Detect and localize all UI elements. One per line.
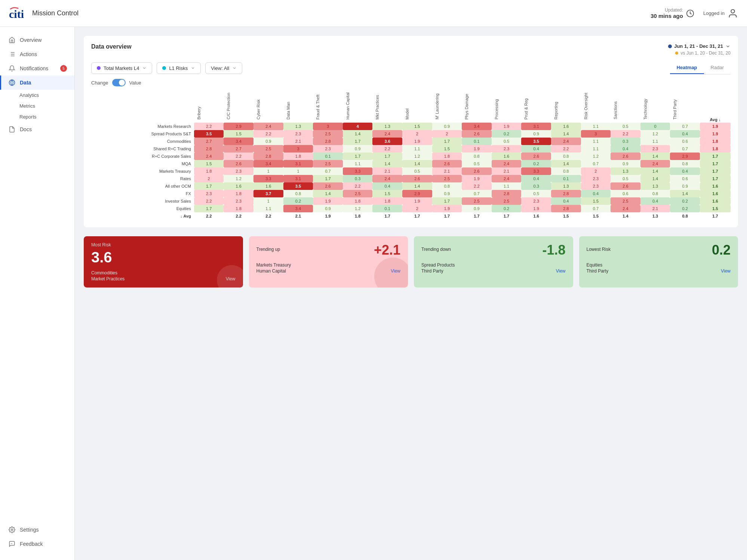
cell-r1-c1[interactable]: 1.5 [224, 130, 253, 138]
cell-r8-c4[interactable]: 2.6 [313, 182, 343, 190]
cell-r4-c12[interactable]: 0.8 [551, 153, 581, 160]
cell-r5-c2[interactable]: 3.4 [253, 160, 283, 167]
sidebar-item-notifications[interactable]: Notifications 5 [0, 61, 74, 76]
cell-r1-c4[interactable]: 2.5 [313, 130, 343, 138]
sidebar-sub-item-analytics[interactable]: Analytics [19, 90, 74, 101]
sidebar-item-feedback[interactable]: Feedback [0, 537, 74, 551]
cell-r9-c16[interactable]: 1.4 [670, 190, 700, 197]
cell-r5-c16[interactable]: 0.8 [670, 160, 700, 167]
sidebar-sub-item-metrics[interactable]: Metrics [19, 101, 74, 111]
cell-r7-c15[interactable]: 1.4 [640, 175, 670, 182]
cell-r9-c12[interactable]: 2.8 [551, 190, 581, 197]
cell-r11-c9[interactable]: 0.9 [462, 205, 492, 212]
cell-r3-c12[interactable]: 2.2 [551, 145, 581, 153]
cell-r3-c14[interactable]: 0.4 [611, 145, 640, 153]
cell-r7-c7[interactable]: 2.6 [402, 175, 432, 182]
cell-r4-c15[interactable]: 1.4 [640, 153, 670, 160]
cell-r7-c10[interactable]: 2.4 [492, 175, 522, 182]
cell-r11-c3[interactable]: 3.4 [283, 205, 313, 212]
cell-r6-c4[interactable]: 0.7 [313, 167, 343, 175]
market-filter-dropdown[interactable]: Total Markets L4 [91, 62, 152, 74]
cell-r12-c8[interactable]: 1.7 [432, 212, 462, 220]
cell-r5-c5[interactable]: 1.1 [343, 160, 373, 167]
cell-r12-c11[interactable]: 1.6 [521, 212, 551, 220]
cell-r7-c16[interactable]: 0.6 [670, 175, 700, 182]
cell-r11-c14[interactable]: 2.4 [611, 205, 640, 212]
cell-r10-c7[interactable]: 1.9 [402, 197, 432, 205]
cell-r10-c13[interactable]: 1.5 [581, 197, 611, 205]
cell-r11-c12[interactable]: 2.8 [551, 205, 581, 212]
cell-r8-c5[interactable]: 2.2 [343, 182, 373, 190]
cell-r11-c4[interactable]: 0.9 [313, 205, 343, 212]
cell-r6-c12[interactable]: 0.8 [551, 167, 581, 175]
cell-r7-c8[interactable]: 2.5 [432, 175, 462, 182]
cell-r11-c13[interactable]: 0.7 [581, 205, 611, 212]
sidebar-item-docs[interactable]: Docs [0, 122, 74, 136]
cell-r4-c2[interactable]: 2.8 [253, 153, 283, 160]
cell-r6-c8[interactable]: 2.1 [432, 167, 462, 175]
cell-r3-c13[interactable]: 1.1 [581, 145, 611, 153]
cell-r1-c0[interactable]: 3.5 [194, 130, 224, 138]
cell-r1-c10[interactable]: 0.2 [492, 130, 522, 138]
cell-r2-c0[interactable]: 2.7 [194, 138, 224, 145]
cell-r11-c8[interactable]: 1.9 [432, 205, 462, 212]
cell-r7-c0[interactable]: 2 [194, 175, 224, 182]
sidebar-item-actions[interactable]: Actions [0, 47, 74, 61]
cell-r9-c14[interactable]: 0.6 [611, 190, 640, 197]
date-range-primary[interactable]: Jun 1, 21 - Dec 31, 21 [668, 43, 731, 49]
tab-radar[interactable]: Radar [704, 62, 731, 74]
cell-r4-c3[interactable]: 1.8 [283, 153, 313, 160]
cell-r11-c16[interactable]: 0.2 [670, 205, 700, 212]
cell-r5-c6[interactable]: 1.4 [372, 160, 402, 167]
cell-r2-c5[interactable]: 1.7 [343, 138, 373, 145]
sidebar-item-settings[interactable]: Settings [0, 523, 74, 537]
cell-r11-c0[interactable]: 1.7 [194, 205, 224, 212]
cell-r8-c15[interactable]: 1.3 [640, 182, 670, 190]
cell-r9-c11[interactable]: 0.5 [521, 190, 551, 197]
cell-r4-c5[interactable]: 1.7 [343, 153, 373, 160]
cell-r5-c13[interactable]: 0.7 [581, 160, 611, 167]
cell-r8-c12[interactable]: 1.3 [551, 182, 581, 190]
cell-r5-c7[interactable]: 1.4 [402, 160, 432, 167]
cell-r1-c8[interactable]: 2 [432, 130, 462, 138]
change-value-toggle[interactable] [112, 79, 126, 86]
cell-r1-c13[interactable]: 3 [581, 130, 611, 138]
cell-r9-c2[interactable]: 3.7 [253, 190, 283, 197]
sidebar-item-data[interactable]: Data [0, 76, 74, 90]
cell-r12-c7[interactable]: 1.7 [402, 212, 432, 220]
cell-r0-c15[interactable]: 0 [640, 123, 670, 130]
cell-r0-c0[interactable]: 2.2 [194, 123, 224, 130]
cell-r5-c15[interactable]: 2.4 [640, 160, 670, 167]
cell-r4-c4[interactable]: 0.1 [313, 153, 343, 160]
cell-r0-c5[interactable]: 4 [343, 123, 373, 130]
cell-r0-c17[interactable]: 1.9 [700, 123, 731, 130]
cell-r6-c9[interactable]: 2.6 [462, 167, 492, 175]
cell-r5-c9[interactable]: 0.5 [462, 160, 492, 167]
cell-r1-c5[interactable]: 1.4 [343, 130, 373, 138]
cell-r2-c4[interactable]: 2.8 [313, 138, 343, 145]
cell-r9-c7[interactable]: 2.9 [402, 190, 432, 197]
cell-r4-c17[interactable]: 1.7 [700, 153, 731, 160]
cell-r8-c11[interactable]: 0.3 [521, 182, 551, 190]
cell-r2-c17[interactable]: 1.8 [700, 138, 731, 145]
tab-heatmap[interactable]: Heatmap [670, 62, 704, 74]
cell-r5-c11[interactable]: 0.2 [521, 160, 551, 167]
cell-r6-c16[interactable]: 0.4 [670, 167, 700, 175]
trending-down-view-link[interactable]: View [556, 268, 566, 274]
cell-r6-c15[interactable]: 1.4 [640, 167, 670, 175]
cell-r1-c2[interactable]: 2.2 [253, 130, 283, 138]
cell-r4-c0[interactable]: 2.4 [194, 153, 224, 160]
cell-r2-c9[interactable]: 0.1 [462, 138, 492, 145]
cell-r2-c2[interactable]: 0.9 [253, 138, 283, 145]
cell-r4-c6[interactable]: 1.7 [372, 153, 402, 160]
cell-r6-c14[interactable]: 1.3 [611, 167, 640, 175]
risk-filter-dropdown[interactable]: L1 Risks [157, 62, 201, 74]
cell-r10-c1[interactable]: 2.3 [224, 197, 253, 205]
cell-r9-c15[interactable]: 0.8 [640, 190, 670, 197]
cell-r0-c2[interactable]: 2.4 [253, 123, 283, 130]
cell-r7-c13[interactable]: 2.3 [581, 175, 611, 182]
cell-r2-c11[interactable]: 3.5 [521, 138, 551, 145]
cell-r6-c11[interactable]: 3.3 [521, 167, 551, 175]
cell-r7-c9[interactable]: 1.9 [462, 175, 492, 182]
cell-r3-c17[interactable]: 1.8 [700, 145, 731, 153]
